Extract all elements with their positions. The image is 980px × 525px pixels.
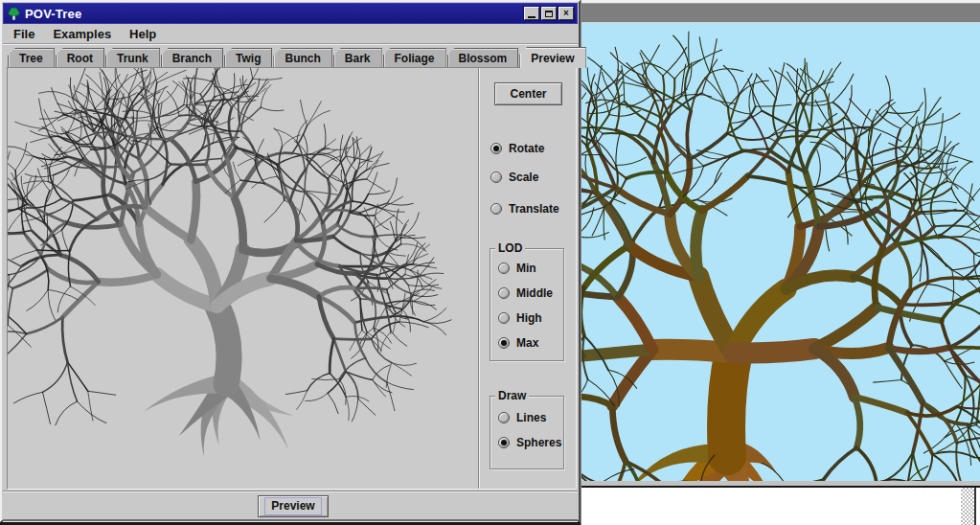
radio-scale[interactable]: Scale <box>490 171 538 184</box>
render-viewer-window <box>581 0 980 525</box>
radio-rotate-label: Rotate <box>509 142 544 155</box>
tree-icon <box>7 7 21 21</box>
radio-translate[interactable]: Translate <box>490 202 559 216</box>
viewer-bottom-area <box>581 488 980 525</box>
tab-tree[interactable]: Tree <box>8 48 55 68</box>
preview-button[interactable]: Preview <box>258 495 329 517</box>
preview-control-panel: Center RotateScaleTranslate LOD MinMiddl… <box>478 68 576 489</box>
radio-lines[interactable]: Lines <box>498 411 546 424</box>
radio-spheres[interactable]: Spheres <box>498 436 561 449</box>
viewer-image-bottom-edge <box>581 481 980 488</box>
rendered-tree-image <box>581 23 980 481</box>
minimize-icon <box>528 16 536 18</box>
draw-group-label: Draw <box>495 389 529 402</box>
radio-rotate[interactable]: Rotate <box>490 142 544 155</box>
vertical-scrollbar[interactable] <box>961 488 976 525</box>
radio-spheres-label: Spheres <box>516 436 561 449</box>
radio-min-icon <box>498 262 510 274</box>
tab-foliage[interactable]: Foliage <box>383 48 446 68</box>
radio-scale-label: Scale <box>509 171 538 184</box>
tab-bunch[interactable]: Bunch <box>273 48 331 68</box>
radio-translate-label: Translate <box>509 202 559 216</box>
menu-item-examples[interactable]: Examples <box>53 27 111 41</box>
close-icon: × <box>563 9 569 18</box>
radio-spheres-icon <box>498 437 510 448</box>
tab-preview[interactable]: Preview <box>519 47 585 68</box>
center-button[interactable]: Center <box>494 82 562 105</box>
menu-item-help[interactable]: Help <box>129 27 156 41</box>
radio-rotate-icon <box>490 143 502 154</box>
radio-max-label: Max <box>516 336 538 350</box>
radio-high-icon <box>498 312 510 324</box>
rendered-tree <box>581 23 980 481</box>
radio-min[interactable]: Min <box>498 262 536 275</box>
tab-bark[interactable]: Bark <box>333 48 382 68</box>
window-bottom-edge <box>3 519 578 521</box>
radio-middle-label: Middle <box>516 286 553 300</box>
grayscale-tree-preview <box>8 68 476 489</box>
minimize-button[interactable] <box>524 7 539 20</box>
radio-translate-icon <box>490 203 502 215</box>
tree-preview-canvas[interactable] <box>8 68 478 489</box>
lod-group-box: LOD MinMiddleHighMax <box>490 248 564 361</box>
tab-strip: TreeRootTrunkBranchTwigBunchBarkFoliageB… <box>8 47 571 68</box>
maximize-icon <box>545 11 553 17</box>
radio-high-label: High <box>516 311 542 325</box>
preview-button-label: Preview <box>264 497 321 514</box>
window-title: POV-Tree <box>25 7 522 21</box>
radio-high[interactable]: High <box>498 311 542 325</box>
radio-max[interactable]: Max <box>498 336 538 350</box>
pov-tree-window: POV-Tree × FileExamplesHelp TreeRootTrun… <box>0 0 581 522</box>
tab-root[interactable]: Root <box>56 48 104 68</box>
preview-tab-content: Center RotateScaleTranslate LOD MinMiddl… <box>7 67 577 490</box>
tab-twig[interactable]: Twig <box>224 48 272 68</box>
menu-bar: FileExamplesHelp <box>3 24 578 44</box>
lod-group-label: LOD <box>495 241 525 255</box>
maximize-button[interactable] <box>541 7 557 20</box>
radio-middle[interactable]: Middle <box>498 286 553 300</box>
radio-middle-icon <box>498 287 510 299</box>
tab-blossom[interactable]: Blossom <box>447 48 519 68</box>
radio-lines-label: Lines <box>516 411 546 424</box>
radio-scale-icon <box>490 171 502 183</box>
radio-min-label: Min <box>516 262 536 275</box>
footer-bar: Preview <box>3 491 578 520</box>
tab-branch[interactable]: Branch <box>161 48 223 68</box>
viewer-title-bar[interactable] <box>581 4 980 23</box>
draw-group-box: Draw LinesSpheres <box>490 396 564 469</box>
tab-trunk[interactable]: Trunk <box>105 48 160 68</box>
radio-lines-icon <box>498 412 510 423</box>
title-bar[interactable]: POV-Tree × <box>3 3 578 24</box>
menu-item-file[interactable]: File <box>13 27 34 41</box>
radio-max-icon <box>498 337 510 349</box>
close-button[interactable]: × <box>558 7 574 20</box>
